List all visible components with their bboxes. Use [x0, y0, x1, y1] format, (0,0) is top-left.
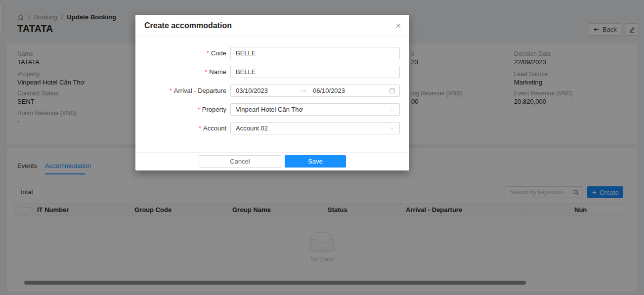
required-mark: * — [205, 68, 207, 76]
account-select-value: Account 02 — [231, 125, 268, 132]
code-field-wrap — [230, 47, 400, 59]
property-select[interactable]: Vinpearl Hotel Cần Thơ — [230, 103, 400, 116]
property-label: *Property — [135, 103, 226, 116]
booking-update-page: / Booking / Update Booking TATATA Back N… — [0, 0, 644, 295]
cancel-button[interactable]: Cancel — [199, 155, 281, 168]
property-select-value: Vinpearl Hotel Cần Thơ — [231, 106, 303, 113]
calendar-icon — [389, 87, 395, 94]
chevron-down-icon — [389, 126, 395, 131]
date-range-picker[interactable] — [230, 84, 400, 97]
name-field-wrap — [230, 66, 400, 78]
save-button[interactable]: Save — [285, 155, 346, 168]
modal-footer: Cancel Save — [135, 152, 409, 170]
account-select[interactable]: Account 02 — [230, 122, 400, 134]
required-mark: * — [198, 106, 200, 113]
form-row-name: *Name — [135, 66, 409, 78]
name-input[interactable] — [231, 66, 399, 78]
required-mark: * — [170, 87, 172, 94]
close-icon[interactable] — [394, 22, 402, 30]
chevron-down-icon — [389, 107, 395, 113]
code-input[interactable] — [231, 47, 399, 59]
departure-date-input[interactable] — [307, 85, 376, 96]
modal-header: Create accommodation — [135, 15, 409, 37]
form-row-account: *Account Account 02 — [135, 122, 409, 134]
range-arrow-icon — [300, 88, 307, 93]
name-label: *Name — [135, 66, 226, 78]
required-mark: * — [207, 49, 209, 57]
arrival-departure-label: *Arrival - Departure — [135, 84, 226, 97]
create-accommodation-modal: Create accommodation *Code *Name *Arriva… — [135, 15, 409, 170]
account-label: *Account — [135, 122, 226, 134]
modal-title: Create accommodation — [144, 21, 232, 30]
form-row-property: *Property Vinpearl Hotel Cần Thơ — [135, 103, 409, 116]
required-mark: * — [199, 125, 201, 132]
arrival-date-input[interactable] — [231, 85, 300, 96]
code-label: *Code — [135, 47, 226, 59]
form-row-arrival-departure: *Arrival - Departure — [135, 84, 409, 97]
form-row-code: *Code — [135, 47, 409, 59]
